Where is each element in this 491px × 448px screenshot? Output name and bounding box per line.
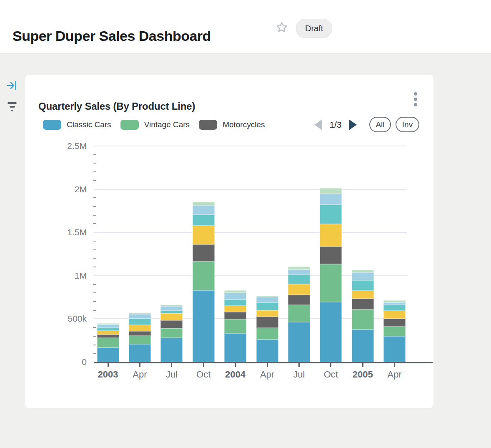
bar-segment-series-7-pale-green[interactable] xyxy=(224,290,246,293)
bar-segment-vintage-cars[interactable] xyxy=(352,310,374,330)
bar-segment-motorcycles[interactable] xyxy=(256,317,278,328)
x-axis-line xyxy=(94,362,433,363)
bar-segment-series-6-light-blue[interactable] xyxy=(224,293,246,300)
bar-segment-series-4-yellow[interactable] xyxy=(193,226,215,244)
bar-segment-vintage-cars[interactable] xyxy=(383,327,406,336)
bar-4-2004[interactable] xyxy=(224,146,246,362)
bar-segment-vintage-cars[interactable] xyxy=(193,262,215,291)
y-axis-minor-tick xyxy=(93,327,96,328)
bar-3-oct[interactable] xyxy=(193,146,215,362)
bar-segment-series-4-yellow[interactable] xyxy=(160,313,183,320)
bar-0-2003[interactable] xyxy=(97,146,119,362)
y-axis-minor-tick xyxy=(93,345,96,345)
bar-segment-classic-cars[interactable] xyxy=(129,344,151,362)
bar-segment-classic-cars[interactable] xyxy=(352,330,374,362)
bar-segment-vintage-cars[interactable] xyxy=(129,336,151,344)
bar-segment-series-5-teal[interactable] xyxy=(129,319,151,325)
x-axis-tick xyxy=(171,363,172,367)
bar-segment-classic-cars[interactable] xyxy=(256,340,278,362)
bar-segment-motorcycles[interactable] xyxy=(224,312,246,320)
bar-segment-series-5-teal[interactable] xyxy=(193,215,215,226)
bar-segment-series-5-teal[interactable] xyxy=(352,280,374,291)
y-axis-minor-tick xyxy=(93,171,96,172)
bar-segment-motorcycles[interactable] xyxy=(97,335,119,338)
favorite-button[interactable] xyxy=(275,21,288,34)
bar-segment-series-7-pale-green[interactable] xyxy=(288,267,310,269)
y-axis-minor-tick xyxy=(93,353,96,354)
bar-segment-classic-cars[interactable] xyxy=(160,338,183,362)
y-axis-label: 1M xyxy=(25,271,87,281)
bar-segment-vintage-cars[interactable] xyxy=(256,328,278,340)
bar-segment-series-6-light-blue[interactable] xyxy=(320,194,342,205)
bar-segment-classic-cars[interactable] xyxy=(193,290,215,362)
chart-area: 0500k1M1.5M2M2.5M2003AprJulOct2004AprJul… xyxy=(25,75,433,408)
y-axis-label: 2.5M xyxy=(25,141,87,151)
bar-segment-series-4-yellow[interactable] xyxy=(352,291,374,298)
bar-segment-series-5-teal[interactable] xyxy=(256,302,278,310)
bar-segment-series-4-yellow[interactable] xyxy=(129,325,151,331)
bar-segment-classic-cars[interactable] xyxy=(224,333,246,362)
x-axis-tick xyxy=(298,363,300,367)
bar-7-oct[interactable] xyxy=(320,146,342,362)
bar-6-jul[interactable] xyxy=(288,146,310,362)
x-axis-tick xyxy=(362,363,363,367)
bar-segment-series-5-teal[interactable] xyxy=(320,205,342,224)
x-axis-tick xyxy=(330,363,331,367)
bar-segment-series-4-yellow[interactable] xyxy=(320,224,342,247)
app-header: Super Duper Sales Dashboard Draft xyxy=(0,0,491,53)
bar-segment-vintage-cars[interactable] xyxy=(288,305,310,322)
bar-segment-classic-cars[interactable] xyxy=(97,347,119,362)
bar-9-apr[interactable] xyxy=(383,146,406,362)
bar-segment-series-6-light-blue[interactable] xyxy=(129,314,151,319)
filter-button[interactable] xyxy=(7,102,18,114)
bar-segment-motorcycles[interactable] xyxy=(383,319,406,327)
bar-segment-series-6-light-blue[interactable] xyxy=(288,269,310,275)
bar-segment-series-6-light-blue[interactable] xyxy=(97,325,119,328)
expand-sidebar-button[interactable] xyxy=(6,80,18,91)
bar-segment-series-5-teal[interactable] xyxy=(160,311,183,314)
bar-segment-series-5-teal[interactable] xyxy=(288,275,310,284)
x-axis-tick xyxy=(394,363,395,367)
bar-segment-classic-cars[interactable] xyxy=(320,302,342,362)
y-axis-minor-tick xyxy=(93,215,96,216)
bar-segment-motorcycles[interactable] xyxy=(352,299,374,310)
y-axis-label: 2M xyxy=(25,184,87,194)
y-axis-minor-tick xyxy=(93,223,96,224)
bar-segment-vintage-cars[interactable] xyxy=(224,319,246,333)
bar-segment-vintage-cars[interactable] xyxy=(97,338,119,348)
bar-segment-series-6-light-blue[interactable] xyxy=(352,272,374,281)
bar-segment-series-4-yellow[interactable] xyxy=(224,306,246,312)
y-axis-minor-tick xyxy=(93,284,96,285)
bar-segment-series-4-yellow[interactable] xyxy=(256,310,278,317)
bar-2-jul[interactable] xyxy=(160,146,183,362)
bar-segment-vintage-cars[interactable] xyxy=(160,328,183,338)
bar-segment-classic-cars[interactable] xyxy=(288,322,310,362)
y-axis-minor-tick xyxy=(93,197,96,198)
page-title: Super Duper Sales Dashboard xyxy=(13,28,211,44)
arrow-to-bar-icon xyxy=(6,80,18,91)
bar-segment-series-6-light-blue[interactable] xyxy=(160,306,183,311)
bar-segment-series-7-pale-green[interactable] xyxy=(320,188,342,194)
y-axis-minor-tick xyxy=(93,163,96,164)
bar-1-apr[interactable] xyxy=(129,146,151,362)
bar-segment-motorcycles[interactable] xyxy=(288,295,310,305)
bar-segment-motorcycles[interactable] xyxy=(320,247,342,264)
bar-segment-series-5-teal[interactable] xyxy=(224,300,246,306)
y-axis-label: 500k xyxy=(25,314,87,324)
bar-segment-motorcycles[interactable] xyxy=(129,331,151,336)
bar-5-apr[interactable] xyxy=(256,146,278,362)
bar-segment-series-4-yellow[interactable] xyxy=(383,311,406,319)
bar-segment-series-5-teal[interactable] xyxy=(383,305,406,311)
bar-segment-series-4-yellow[interactable] xyxy=(288,284,310,294)
x-axis-tick xyxy=(235,363,236,367)
bar-segment-motorcycles[interactable] xyxy=(193,244,215,262)
bar-segment-series-6-light-blue[interactable] xyxy=(193,205,215,215)
bar-segment-classic-cars[interactable] xyxy=(383,336,406,362)
bar-8-2005[interactable] xyxy=(352,146,374,362)
bar-segment-series-4-yellow[interactable] xyxy=(97,331,119,335)
bar-segment-series-6-light-blue[interactable] xyxy=(256,297,278,302)
bar-segment-series-7-pale-green[interactable] xyxy=(193,202,215,206)
bar-segment-vintage-cars[interactable] xyxy=(320,264,342,302)
bar-segment-motorcycles[interactable] xyxy=(160,320,183,328)
chart-card: Quarterly Sales (By Product Line) Classi… xyxy=(25,75,433,408)
